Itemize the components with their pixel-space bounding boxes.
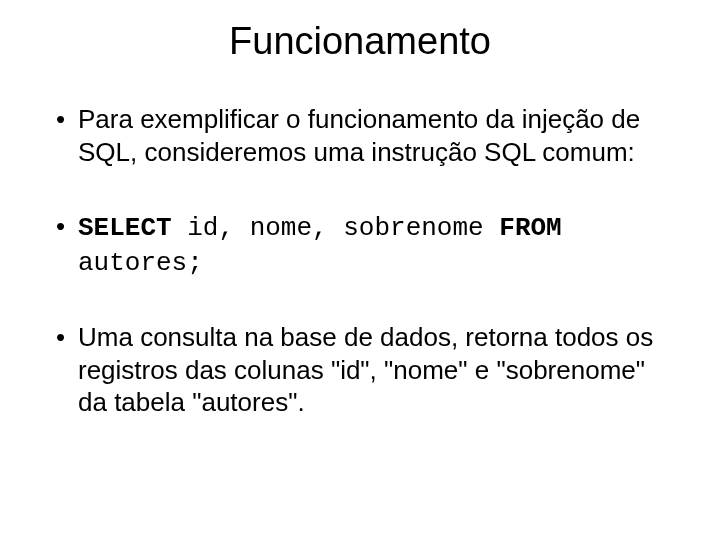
bullet-item-sql: SELECT id, nome, sobrenome FROM autores; <box>50 210 670 279</box>
sql-table: autores; <box>78 248 203 278</box>
sql-columns: id, nome, sobrenome <box>172 213 500 243</box>
sql-keyword-select: SELECT <box>78 213 172 243</box>
text-intro-2: comum: <box>535 137 635 167</box>
text-sql-underlined: SQL <box>484 137 535 167</box>
bullet-item-intro: Para exemplificar o funcionamento da inj… <box>50 103 670 168</box>
bullet-item-explanation: Uma consulta na base de dados, retorna t… <box>50 321 670 419</box>
text-consulta-underlined: consulta <box>140 322 237 352</box>
text-expl-1: Uma <box>78 322 140 352</box>
sql-statement: SELECT id, nome, sobrenome FROM autores; <box>78 213 562 278</box>
slide: Funcionamento Para exemplificar o funcio… <box>0 0 720 540</box>
bullet-list: Para exemplificar o funcionamento da inj… <box>50 103 670 419</box>
slide-title: Funcionamento <box>50 20 670 63</box>
sql-keyword-from: FROM <box>499 213 561 243</box>
